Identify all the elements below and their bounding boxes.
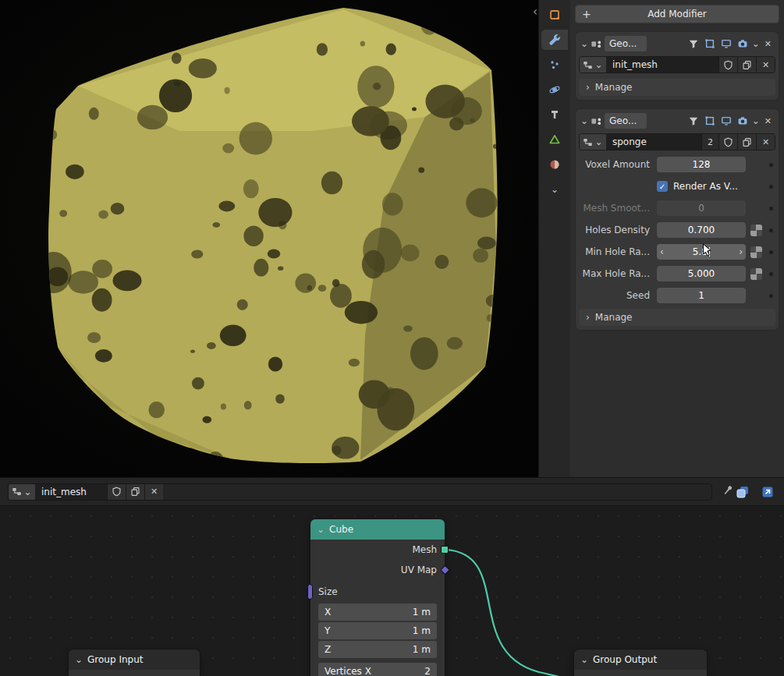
node-group-selector[interactable]: ⌄: [580, 134, 606, 150]
manage-subpanel[interactable]: › Manage: [579, 309, 775, 326]
node-group-name-field[interactable]: sponge: [606, 134, 701, 150]
decrement-arrow-icon[interactable]: ‹: [660, 248, 664, 256]
decorator-dot[interactable]: [769, 272, 773, 276]
decorator-dot[interactable]: [769, 250, 773, 254]
render-toggle-camera-icon[interactable]: [736, 37, 750, 50]
node-tree-icon: [583, 137, 593, 147]
duplicate-copy-icon[interactable]: [126, 484, 144, 500]
render-as-volume-checkbox[interactable]: ✓ Render As V...: [657, 181, 738, 192]
collapse-chevron-icon[interactable]: ⌄: [580, 656, 588, 664]
texture-checker-icon[interactable]: [750, 268, 762, 280]
particles-tab[interactable]: [541, 55, 568, 75]
node-editor-header: ⌄ init_mesh ✕: [0, 478, 784, 506]
modifier-name-field[interactable]: Geo...: [605, 113, 647, 129]
extras-chevron-icon[interactable]: ⌄: [752, 40, 760, 48]
add-modifier-button[interactable]: + Add Modifier: [575, 5, 779, 23]
object-data-tab[interactable]: [541, 129, 568, 150]
mesh-output-socket[interactable]: [441, 546, 449, 554]
filter-icon[interactable]: [686, 37, 701, 50]
modifier-name-field[interactable]: Geo...: [605, 36, 647, 51]
seed-field[interactable]: 1: [657, 288, 746, 303]
seed-row: Seed 1: [579, 287, 777, 304]
more-tabs-chevron[interactable]: ⌄: [541, 179, 568, 200]
manage-label: Manage: [595, 312, 633, 323]
node-group-name-field[interactable]: init_mesh: [606, 57, 718, 73]
manage-label: Manage: [595, 82, 633, 93]
edit-mode-toggle-icon[interactable]: [703, 115, 717, 127]
unlink-icon[interactable]: ✕: [144, 484, 163, 500]
physics-tab[interactable]: [541, 80, 568, 100]
cube-node-header[interactable]: ⌄ Cube: [310, 519, 445, 540]
max-hole-radius-field[interactable]: 5.000: [657, 266, 746, 281]
decorator-dot[interactable]: [769, 207, 773, 211]
object-properties-tab[interactable]: [541, 5, 568, 25]
particles-icon: [548, 58, 561, 71]
node-group-selector[interactable]: ⌄: [580, 57, 606, 73]
size-vector-socket[interactable]: [307, 584, 313, 600]
holes-density-field[interactable]: 0.700: [657, 222, 746, 238]
vertices-x-field[interactable]: Vertices X 2: [318, 663, 437, 676]
fake-user-shield-icon[interactable]: [718, 57, 737, 73]
checkbox-check-icon: ✓: [657, 181, 668, 192]
3d-viewport[interactable]: ‹: [0, 0, 538, 477]
socket-label: Size: [318, 586, 338, 597]
duplicate-copy-icon[interactable]: [737, 57, 756, 73]
node-canvas[interactable]: ⌄ Cube Mesh UV Map Size: [0, 506, 784, 676]
extras-chevron-icon[interactable]: ⌄: [752, 117, 760, 125]
close-modifier-icon[interactable]: ✕: [762, 116, 774, 126]
group-output-header[interactable]: ⌄ Group Output: [574, 649, 707, 670]
size-z-field[interactable]: Z 1 m: [318, 641, 437, 658]
render-toggle-camera-icon[interactable]: [736, 115, 750, 127]
decorator-dot[interactable]: [769, 228, 773, 232]
expand-chevron-icon[interactable]: ⌄: [580, 40, 588, 48]
decorator-dot[interactable]: [769, 294, 773, 298]
cube-node[interactable]: ⌄ Cube Mesh UV Map Size: [310, 519, 445, 676]
user-count-badge[interactable]: 2: [701, 134, 718, 150]
constraints-tab[interactable]: [541, 104, 568, 125]
group-input-header[interactable]: ⌄ Group Input: [69, 649, 200, 670]
overlays-icon[interactable]: [759, 484, 776, 500]
expand-chevron-icon[interactable]: ⌄: [580, 117, 588, 125]
modifier-panel-init-mesh: ⌄ Geo... ⌄ ✕ ⌄: [575, 31, 779, 101]
node-tree-selector[interactable]: ⌄: [9, 484, 35, 500]
collapse-chevron-icon[interactable]: ⌄: [75, 656, 83, 664]
voxel-amount-field[interactable]: 128: [657, 157, 746, 172]
uv-map-output-socket[interactable]: [440, 565, 450, 575]
size-y-field[interactable]: Y 1 m: [318, 622, 437, 639]
field-value: 2: [424, 666, 431, 676]
modifier-properties-tab[interactable]: [541, 30, 568, 50]
close-modifier-icon[interactable]: ✕: [762, 39, 774, 49]
size-x-field[interactable]: X 1 m: [318, 603, 437, 621]
decorator-dot[interactable]: [769, 185, 773, 189]
geometry-nodes-icon: [591, 115, 602, 127]
collapse-chevron-icon[interactable]: ⌄: [317, 526, 325, 533]
fake-user-shield-icon[interactable]: [107, 484, 126, 500]
node-tree-name-field[interactable]: init_mesh: [35, 484, 107, 500]
material-tab[interactable]: [541, 154, 568, 175]
duplicate-copy-icon[interactable]: [737, 134, 756, 150]
group-output-node[interactable]: ⌄ Group Output: [574, 649, 707, 676]
fake-user-shield-icon[interactable]: [718, 134, 737, 150]
field-value: 1 m: [413, 644, 431, 655]
decorator-dot[interactable]: [769, 163, 773, 167]
sidebar-collapse-arrow[interactable]: ‹: [533, 6, 537, 18]
realtime-display-toggle-icon[interactable]: [719, 115, 733, 127]
modifier-header: ⌄ Geo... ⌄ ✕: [577, 111, 777, 131]
increment-arrow-icon[interactable]: ›: [739, 248, 743, 256]
snapping-icon[interactable]: [734, 484, 751, 500]
unlink-icon[interactable]: ✕: [756, 57, 775, 73]
mesh-smoothing-field[interactable]: 0: [657, 200, 746, 216]
unlink-icon[interactable]: ✕: [756, 134, 775, 150]
filter-icon[interactable]: [686, 115, 701, 127]
node-group-row: ⌄ init_mesh ✕: [579, 55, 775, 74]
pin-icon[interactable]: [722, 484, 734, 499]
group-input-node[interactable]: ⌄ Group Input: [69, 649, 200, 676]
realtime-display-toggle-icon[interactable]: [719, 37, 733, 50]
texture-checker-icon[interactable]: [750, 246, 762, 258]
field-label: Voxel Amount: [579, 159, 657, 170]
texture-checker-icon[interactable]: [750, 225, 762, 236]
edit-mode-toggle-icon[interactable]: [703, 37, 717, 50]
manage-subpanel[interactable]: › Manage: [579, 79, 775, 96]
min-hole-radius-field[interactable]: ‹ 5.8 ›: [657, 244, 746, 260]
object-icon: [548, 9, 561, 21]
